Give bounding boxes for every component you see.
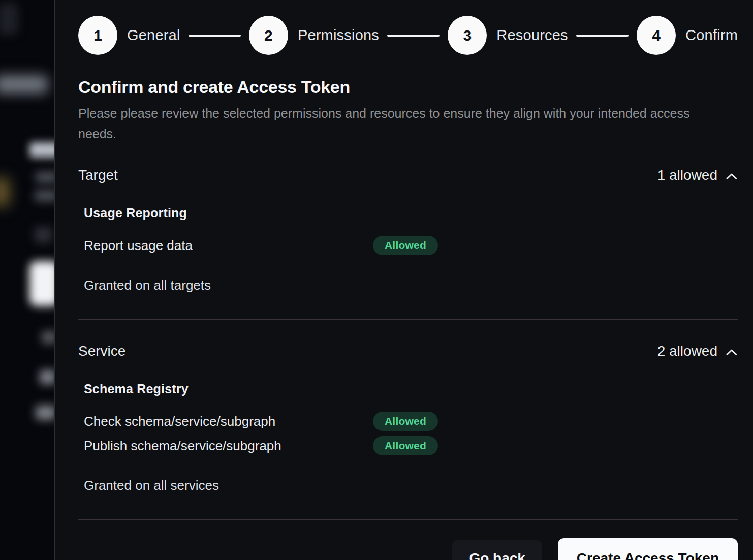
blurred-element <box>0 3 18 35</box>
create-access-token-modal: 1 General 2 Permissions 3 Resources 4 Co… <box>54 0 753 560</box>
wizard-stepper: 1 General 2 Permissions 3 Resources 4 Co… <box>78 16 738 55</box>
section-header-target: Target 1 allowed <box>78 167 738 183</box>
blurred-element <box>36 406 54 420</box>
step-permissions[interactable]: 2 Permissions <box>249 16 379 55</box>
granted-note: Granted on all targets <box>84 277 738 293</box>
step-number-badge: 3 <box>448 16 487 55</box>
blurred-element <box>29 261 54 306</box>
blurred-element <box>36 172 54 183</box>
blurred-background <box>0 0 54 560</box>
blurred-element <box>40 370 54 384</box>
blurred-element <box>42 331 54 344</box>
blurred-element <box>35 227 52 243</box>
step-number-badge: 1 <box>78 16 117 55</box>
status-badge: Allowed <box>373 412 438 431</box>
section-divider <box>78 319 738 320</box>
step-resources[interactable]: 3 Resources <box>448 16 568 55</box>
create-access-token-button[interactable]: Create Access Token <box>558 538 738 560</box>
footer-divider <box>78 519 738 520</box>
permission-label: Publish schema/service/subgraph <box>84 438 373 454</box>
step-number-badge: 4 <box>637 16 676 55</box>
permission-group-schema-registry: Schema Registry Check schema/service/sub… <box>84 382 738 455</box>
permission-row: Check schema/service/subgraph Allowed <box>84 412 738 431</box>
step-label: Resources <box>496 27 568 44</box>
chevron-up-icon <box>726 172 738 180</box>
permission-row: Report usage data Allowed <box>84 236 738 255</box>
permission-label: Report usage data <box>84 238 373 254</box>
status-badge: Allowed <box>373 236 438 255</box>
step-label: Confirm <box>685 27 738 44</box>
allowed-count: 1 allowed <box>657 167 717 183</box>
section-name: Target <box>78 167 118 183</box>
section-name: Service <box>78 343 125 359</box>
step-general[interactable]: 1 General <box>78 16 180 55</box>
page-title: Confirm and create Access Token <box>78 77 738 97</box>
permission-list: Check schema/service/subgraph Allowed Pu… <box>84 412 738 455</box>
permission-label: Check schema/service/subgraph <box>84 414 373 429</box>
group-heading: Usage Reporting <box>84 206 738 221</box>
target-collapse-toggle[interactable]: 1 allowed <box>657 167 738 183</box>
step-connector <box>189 35 241 37</box>
blurred-element <box>35 190 54 201</box>
modal-footer: Go back Create Access Token <box>78 538 738 560</box>
blurred-element <box>0 75 48 94</box>
blurred-element <box>0 178 9 206</box>
step-label: Permissions <box>298 27 379 44</box>
permission-list: Report usage data Allowed <box>84 236 738 255</box>
step-label: General <box>127 27 180 44</box>
permission-group-usage-reporting: Usage Reporting Report usage data Allowe… <box>84 206 738 255</box>
service-collapse-toggle[interactable]: 2 allowed <box>657 343 738 359</box>
granted-note: Granted on all services <box>84 478 738 493</box>
step-number-badge: 2 <box>249 16 288 55</box>
allowed-count: 2 allowed <box>657 343 717 359</box>
chevron-up-icon <box>726 348 738 356</box>
blurred-element <box>29 142 54 158</box>
step-connector <box>576 35 629 37</box>
status-badge: Allowed <box>373 436 438 455</box>
step-connector <box>387 35 440 37</box>
group-heading: Schema Registry <box>84 382 738 396</box>
section-header-service: Service 2 allowed <box>78 343 738 359</box>
go-back-button[interactable]: Go back <box>452 540 542 560</box>
permission-row: Publish schema/service/subgraph Allowed <box>84 436 738 455</box>
page-description: Please please review the selected permis… <box>78 103 708 144</box>
step-confirm[interactable]: 4 Confirm <box>637 16 738 55</box>
